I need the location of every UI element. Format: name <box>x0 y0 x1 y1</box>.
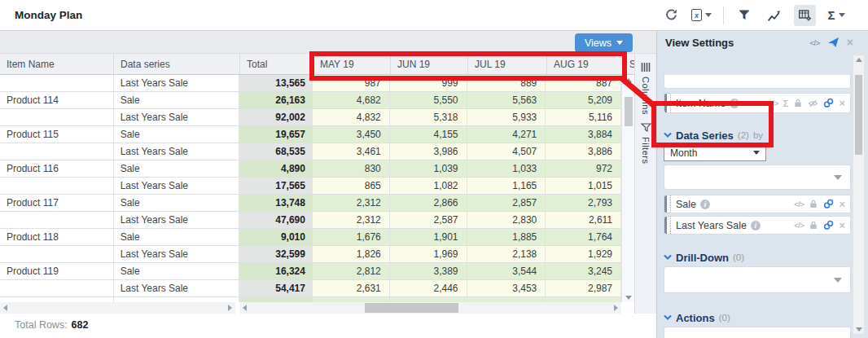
drill-down-add-dropdown[interactable] <box>664 266 851 293</box>
cell-item-name[interactable]: Product 115 <box>0 126 114 143</box>
cell-jul-19[interactable]: 5,563 <box>467 92 546 108</box>
code-icon[interactable]: </> <box>810 38 820 47</box>
tab-columns[interactable]: Columns <box>635 54 656 115</box>
cell-data-series[interactable]: Sale <box>114 126 240 143</box>
cell-total[interactable]: 47,690 <box>239 212 313 228</box>
cell-jun-19[interactable]: 999 <box>390 75 467 91</box>
cell-data-series[interactable]: Last Years Sale <box>114 109 240 125</box>
cell-aug-19[interactable]: 3,886 <box>546 143 621 160</box>
cell-item-name[interactable]: Product 117 <box>0 195 114 211</box>
cell-jun-19[interactable]: 1,969 <box>390 246 467 262</box>
cell-may-19[interactable]: 865 <box>313 178 390 194</box>
info-icon[interactable]: i <box>730 99 739 108</box>
table-row[interactable]: Last Years Sale 92,002 4,832 5,318 5,933… <box>0 109 621 126</box>
table-row[interactable]: Last Years Sale 47,690 2,312 2,587 2,830… <box>0 212 621 229</box>
info-icon[interactable]: i <box>751 221 761 230</box>
column-header-total[interactable]: Total <box>240 54 313 74</box>
field-last-years-sale[interactable]: Last Years Sale i </> × <box>664 216 851 235</box>
cell-item-name[interactable]: Product 119 <box>0 263 114 279</box>
cell-data-series[interactable]: Last Years Sale <box>114 212 240 228</box>
cell-jun-19[interactable]: 2,587 <box>390 212 467 228</box>
table-row[interactable]: Product 114 Sale 26,163 4,682 5,550 5,56… <box>0 92 621 109</box>
cell-aug-19[interactable]: 2,793 <box>546 195 621 211</box>
link-icon[interactable] <box>823 199 834 209</box>
cell-may-19[interactable]: 2,631 <box>313 280 390 296</box>
cell-item-name[interactable] <box>0 246 114 262</box>
table-row[interactable]: Last Years Sale 54,417 2,631 2,446 3,453… <box>0 280 621 297</box>
scroll-down-arrow[interactable] <box>625 296 632 300</box>
cell-total[interactable]: 16,324 <box>239 263 313 279</box>
scroll-right-arrow[interactable] <box>614 305 618 311</box>
cell-total[interactable]: 54,417 <box>239 280 313 296</box>
cell-jul-19[interactable]: 4,507 <box>467 143 546 160</box>
cell-may-19[interactable]: 830 <box>313 160 390 177</box>
table-row[interactable]: Product 119 Sale 16,324 2,812 3,389 3,54… <box>0 263 621 280</box>
cell-jul-19[interactable]: 3,544 <box>467 263 546 279</box>
column-header-item-name[interactable]: Item Name <box>0 54 114 74</box>
cell-may-19[interactable]: 1,826 <box>313 246 390 262</box>
column-header-aug-19[interactable]: AUG 19 <box>547 54 623 74</box>
cell-total[interactable]: 4,890 <box>239 160 313 177</box>
drag-handle-icon[interactable] <box>664 217 671 234</box>
close-icon[interactable]: × <box>839 198 845 210</box>
scroll-thumb[interactable] <box>855 75 862 155</box>
cell-total[interactable]: 13,565 <box>239 75 313 91</box>
scroll-right-arrow[interactable] <box>228 305 232 311</box>
cell-jul-19[interactable]: 1,165 <box>467 178 546 194</box>
cell-jun-19[interactable]: 2,446 <box>390 280 467 296</box>
cell-may-19[interactable]: 3,461 <box>313 143 390 160</box>
table-row[interactable]: Product 117 Sale 13,748 2,312 2,866 2,85… <box>0 195 621 212</box>
link-icon[interactable] <box>823 220 834 230</box>
close-icon[interactable]: × <box>847 37 853 48</box>
cell-may-19[interactable]: 2,312 <box>313 195 390 211</box>
cell-item-name[interactable] <box>0 280 114 296</box>
cell-aug-19[interactable]: 972 <box>546 160 621 177</box>
cell-item-name[interactable] <box>0 143 114 160</box>
cell-data-series[interactable]: Sale <box>114 195 240 211</box>
grid-options-button[interactable] <box>794 5 816 26</box>
chevron-down-icon[interactable] <box>664 254 672 261</box>
cell-may-19[interactable]: 1,676 <box>313 229 390 245</box>
chevron-down-icon[interactable] <box>664 132 672 138</box>
scroll-up-arrow[interactable] <box>625 78 632 82</box>
filter-button[interactable] <box>735 5 753 26</box>
cell-data-series[interactable]: Last Years Sale <box>114 143 240 160</box>
cell-total[interactable]: 9,010 <box>239 229 313 245</box>
cell-data-series[interactable]: Sale <box>114 263 240 279</box>
cell-item-name[interactable] <box>0 178 114 194</box>
cell-item-name[interactable]: Product 114 <box>0 92 114 108</box>
drag-handle-icon[interactable] <box>664 195 671 213</box>
scroll-left-arrow[interactable] <box>3 305 7 311</box>
cell-may-19[interactable]: 2,812 <box>313 263 390 279</box>
column-header-sep-19-clipped[interactable]: S <box>623 54 634 74</box>
cell-may-19[interactable]: 4,832 <box>313 109 390 125</box>
cell-jun-19[interactable]: 5,550 <box>390 92 467 108</box>
scroll-down-arrow[interactable] <box>856 327 862 331</box>
export-button[interactable]: x <box>691 5 712 26</box>
cell-aug-19[interactable]: 5,116 <box>546 109 621 125</box>
actions-add-dropdown[interactable] <box>664 327 851 338</box>
section-title[interactable]: Drill-Down <box>676 252 729 264</box>
cell-item-name[interactable] <box>0 109 114 125</box>
table-row[interactable]: Last Years Sale 68,535 3,461 3,986 4,507… <box>0 143 621 160</box>
cell-item-name[interactable] <box>0 75 114 91</box>
cell-jul-19[interactable]: 889 <box>467 75 546 91</box>
section-title[interactable]: Actions <box>676 312 715 324</box>
scroll-thumb[interactable] <box>625 97 633 126</box>
cell-jun-19[interactable]: 3,986 <box>390 143 467 160</box>
cell-total[interactable]: 92,002 <box>239 109 313 125</box>
lock-icon[interactable] <box>809 220 818 230</box>
cell-jun-19[interactable]: 2,866 <box>390 195 467 211</box>
views-button[interactable]: Views <box>575 33 633 52</box>
cell-aug-19[interactable]: 2,611 <box>546 212 621 228</box>
link-icon[interactable] <box>823 98 834 108</box>
cell-aug-19[interactable]: 2,987 <box>546 280 621 296</box>
cell-jul-19[interactable]: 3,453 <box>467 280 546 296</box>
cell-data-series[interactable]: Last Years Sale <box>114 280 240 296</box>
cell-item-name[interactable]: Product 116 <box>0 160 114 177</box>
cell-jul-19[interactable]: 2,138 <box>467 246 546 262</box>
frozen-columns-scrollbar[interactable] <box>0 302 235 314</box>
code-icon[interactable]: </> <box>769 99 778 108</box>
column-header-may-19[interactable]: MAY 19 <box>313 54 391 74</box>
cell-data-series[interactable]: Last Years Sale <box>114 246 240 262</box>
